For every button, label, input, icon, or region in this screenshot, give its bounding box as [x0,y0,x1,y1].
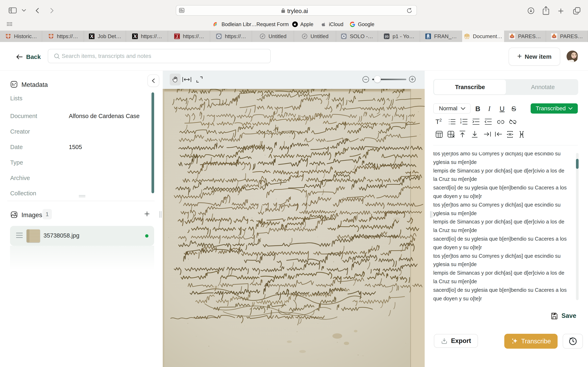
svg-text:1: 1 [460,118,462,121]
svg-text:2: 2 [460,121,462,124]
svg-text:J: J [176,34,178,39]
svg-text:{G: {G [385,35,389,38]
